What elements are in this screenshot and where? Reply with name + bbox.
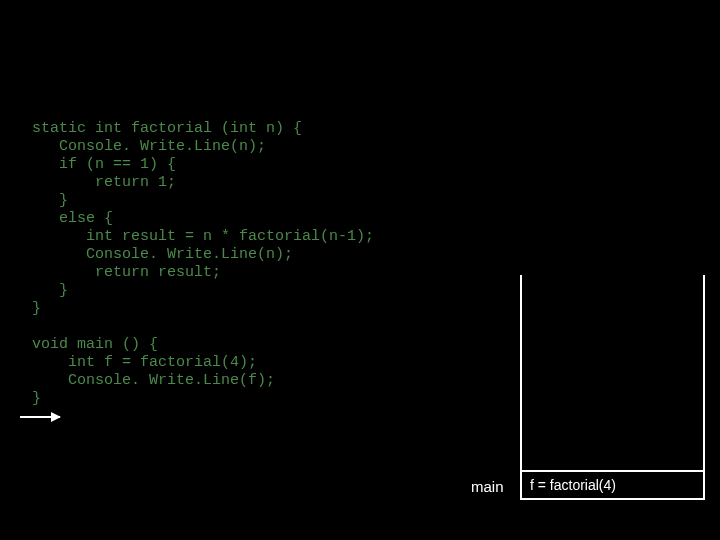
execution-pointer-arrow-icon	[20, 416, 60, 418]
stack-frame-label: main	[471, 478, 504, 495]
call-stack-box: f = factorial(4)	[520, 275, 705, 500]
stack-frame: f = factorial(4)	[522, 470, 703, 498]
code-listing: static int factorial (int n) { Console. …	[32, 120, 374, 408]
stack-frame-content: f = factorial(4)	[530, 477, 616, 493]
